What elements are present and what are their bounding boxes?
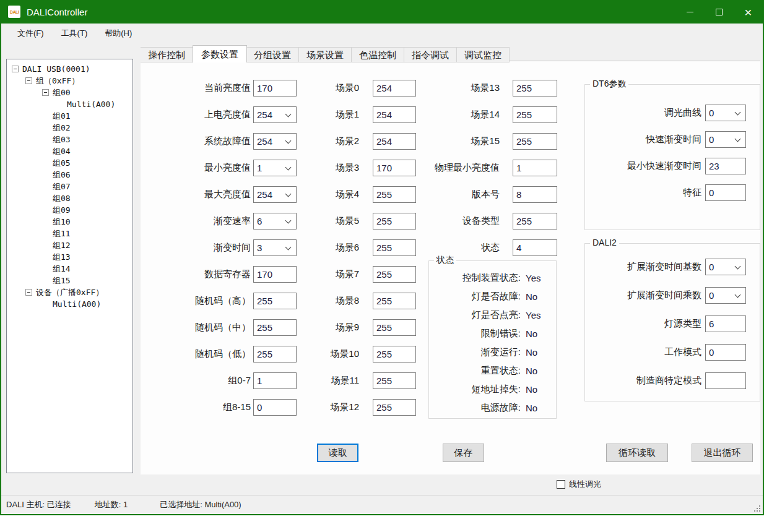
field-input[interactable]: 255: [373, 399, 416, 416]
tree-item[interactable]: 设备（广播0xFF）: [7, 286, 132, 298]
read-button[interactable]: 读取: [317, 444, 358, 462]
tree-item[interactable]: 组09: [7, 204, 132, 216]
linear-dim-checkbox[interactable]: 线性调光: [557, 479, 601, 490]
field-input[interactable]: 6: [705, 315, 746, 332]
statusbar-selected-address: 已选择地址: Multi(A00): [160, 499, 241, 510]
tree-item[interactable]: 组07: [7, 181, 132, 192]
field-label: 状态: [404, 242, 500, 254]
field-input[interactable]: 254: [253, 133, 297, 150]
field-input[interactable]: 255: [373, 346, 416, 363]
field-input[interactable]: 0: [705, 344, 746, 361]
field-input[interactable]: 255: [373, 372, 416, 389]
loop-read-button[interactable]: 循环读取: [606, 444, 668, 462]
field-input[interactable]: 255: [253, 293, 297, 309]
field-input[interactable]: 255: [373, 319, 416, 336]
field-label: 制造商特定模式: [585, 375, 701, 387]
field-input[interactable]: 23: [705, 158, 746, 174]
maximize-button[interactable]: [705, 0, 734, 24]
tab[interactable]: 场景设置: [299, 47, 352, 62]
resize-grip[interactable]: [753, 504, 760, 512]
tree-expander-icon[interactable]: [12, 66, 19, 72]
tree-item-label: 组10: [53, 217, 71, 228]
menubar: 文件(F)工具(T)帮助(H): [1, 24, 763, 43]
tree-item[interactable]: 组06: [7, 169, 132, 181]
exit-loop-button[interactable]: 退出循环: [692, 444, 753, 462]
field-input[interactable]: 6: [253, 213, 297, 230]
field-input[interactable]: 255: [513, 213, 557, 230]
field-input[interactable]: 255: [373, 293, 416, 309]
tree-item[interactable]: 组15: [7, 275, 132, 286]
checkbox-icon[interactable]: [557, 480, 565, 489]
tree-expander-icon[interactable]: [42, 89, 49, 96]
field-row: 场景2 254: [316, 133, 416, 150]
field-input[interactable]: 0: [705, 287, 746, 304]
status-group-title: 状态: [434, 255, 456, 266]
field-input[interactable]: 1: [253, 160, 297, 176]
field-input[interactable]: 255: [513, 106, 557, 123]
menu-item[interactable]: 帮助(H): [96, 24, 141, 43]
field-input[interactable]: 4: [513, 239, 557, 256]
tree-item[interactable]: 组04: [7, 145, 132, 157]
field-input[interactable]: [705, 372, 746, 389]
field-input[interactable]: 3: [253, 239, 297, 256]
menu-item[interactable]: 文件(F): [9, 24, 53, 43]
field-label: 当前亮度值: [142, 82, 251, 94]
tree-item[interactable]: 组03: [7, 134, 132, 145]
field-input[interactable]: 0: [705, 184, 746, 201]
field-input[interactable]: 0: [705, 131, 746, 148]
tab[interactable]: 指令调试: [404, 47, 457, 62]
tree-item[interactable]: 组01: [7, 110, 132, 122]
tree-item[interactable]: 组11: [7, 228, 132, 239]
field-row: 随机码（高） 255: [142, 293, 297, 309]
field-input[interactable]: 0: [705, 259, 746, 275]
status-value: No: [526, 328, 537, 339]
tree-item[interactable]: 组12: [7, 239, 132, 251]
dali2-group-title: DALI2: [590, 238, 619, 247]
minimize-button[interactable]: [675, 0, 705, 24]
tree-item[interactable]: 组05: [7, 157, 132, 169]
status-label: 灯是否故障:: [429, 291, 521, 302]
field-row: 工作模式 0: [585, 344, 760, 361]
tree-expander-icon[interactable]: [25, 289, 32, 296]
tree-item[interactable]: 组14: [7, 263, 132, 275]
field-label: 随机码（高）: [142, 295, 251, 307]
field-input[interactable]: 255: [513, 133, 557, 150]
tree-item[interactable]: Multi(A00): [7, 98, 132, 110]
field-input[interactable]: 170: [253, 80, 297, 97]
tree-item[interactable]: 组02: [7, 122, 132, 134]
tree-item[interactable]: 组08: [7, 192, 132, 204]
tree-item[interactable]: 组00: [7, 87, 132, 98]
tab[interactable]: 操作控制: [141, 47, 193, 62]
save-button[interactable]: 保存: [443, 444, 484, 462]
field-input[interactable]: 0: [253, 399, 297, 416]
field-input[interactable]: 255: [513, 80, 557, 97]
field-input[interactable]: 8: [513, 186, 557, 203]
field-input[interactable]: 255: [373, 266, 416, 283]
tree-item[interactable]: Multi(A00): [7, 298, 132, 310]
field-label: 扩展渐变时间基数: [585, 261, 701, 273]
field-row: 场景13 255: [404, 80, 557, 97]
field-input[interactable]: 1: [253, 372, 297, 389]
tab[interactable]: 调试监控: [457, 47, 510, 62]
field-input[interactable]: 0: [705, 105, 746, 121]
tree-item[interactable]: DALI USB(0001): [7, 63, 132, 75]
tree-item[interactable]: 组（0xFF）: [7, 75, 132, 87]
tab[interactable]: 色温控制: [352, 47, 404, 62]
status-row: 灯是否点亮: Yes: [429, 306, 556, 324]
field-row: 灯源类型 6: [585, 315, 760, 332]
field-input[interactable]: 255: [253, 319, 297, 336]
tab[interactable]: 参数设置: [193, 45, 247, 62]
field-row: 快速渐变时间 0: [585, 131, 760, 148]
field-input[interactable]: 170: [253, 266, 297, 283]
close-icon: ×: [744, 6, 752, 19]
field-input[interactable]: 255: [253, 346, 297, 363]
tree-item[interactable]: 组13: [7, 251, 132, 263]
menu-item[interactable]: 工具(T): [53, 24, 97, 43]
tree-expander-icon[interactable]: [25, 77, 32, 84]
field-input[interactable]: 254: [253, 186, 297, 203]
close-button[interactable]: ×: [734, 0, 763, 24]
tree-item[interactable]: 组10: [7, 216, 132, 228]
field-input[interactable]: 1: [513, 160, 557, 176]
field-input[interactable]: 254: [253, 106, 297, 123]
tab[interactable]: 分组设置: [246, 47, 299, 62]
